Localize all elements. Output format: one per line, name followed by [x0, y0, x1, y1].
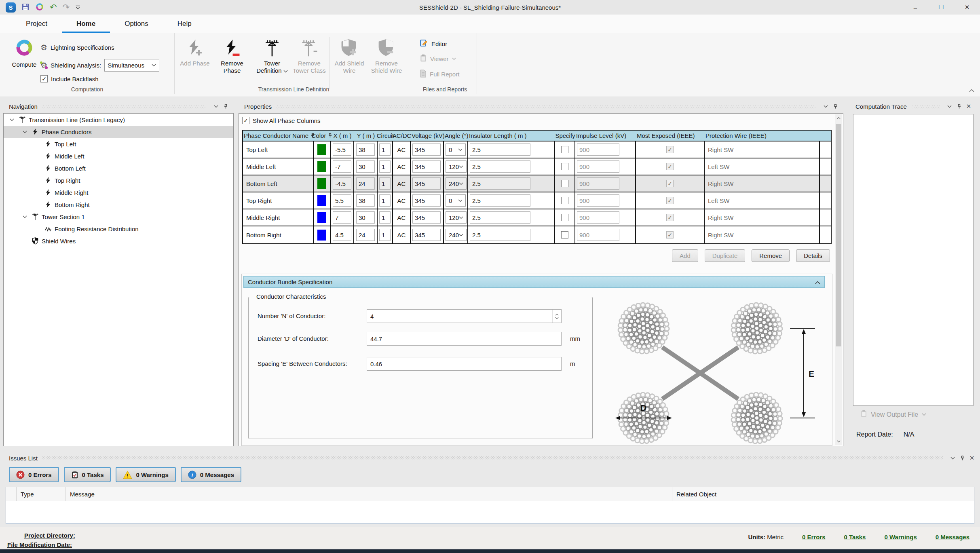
specify-checkbox[interactable] — [561, 180, 568, 187]
tree-item-top-left[interactable]: Top Left — [4, 138, 233, 150]
angle-select[interactable]: 120 — [446, 160, 467, 173]
angle-select[interactable]: 240 — [446, 229, 467, 241]
remove-button[interactable]: Remove — [752, 249, 790, 262]
column-header-most-exposed-ieee[interactable]: Most Exposed (IEEE) — [636, 131, 705, 141]
x-input[interactable] — [333, 211, 351, 224]
expander-chevron-icon[interactable] — [7, 118, 17, 121]
tab-help[interactable]: Help — [163, 15, 206, 33]
add-button[interactable]: Add — [672, 249, 698, 262]
color-swatch[interactable] — [317, 144, 326, 155]
angle-select[interactable]: 0 — [446, 194, 466, 207]
column-header-color[interactable]: Color — [314, 131, 331, 141]
panel-menu-chevron-icon[interactable] — [821, 101, 830, 111]
y-input[interactable] — [356, 144, 375, 156]
scroll-up-icon[interactable] — [835, 114, 842, 122]
x-input[interactable] — [333, 194, 351, 207]
remove-tower-class-button[interactable]: Remove Tower Class — [291, 36, 328, 74]
y-input[interactable] — [356, 211, 375, 224]
specify-checkbox[interactable] — [561, 163, 568, 170]
editor-button[interactable]: Editor — [420, 39, 447, 49]
column-header-specify[interactable]: Specify — [555, 131, 575, 141]
tasks-filter-button[interactable]: 0 Tasks — [64, 467, 111, 482]
y-input[interactable] — [356, 229, 375, 241]
scroll-down-icon[interactable] — [835, 438, 842, 445]
insulator-length-input[interactable] — [470, 229, 530, 241]
spinner-down-icon[interactable] — [555, 317, 559, 319]
redo-icon[interactable]: ↷ — [63, 3, 70, 11]
color-swatch[interactable] — [317, 212, 326, 223]
panel-menu-chevron-icon[interactable] — [948, 453, 957, 463]
tree-item-transmission-line-section-legacy[interactable]: Transmission Line (Section Legacy) — [4, 114, 233, 126]
duplicate-button[interactable]: Duplicate — [705, 249, 746, 262]
insulator-length-input[interactable] — [470, 177, 530, 190]
voltage-input[interactable] — [412, 160, 441, 173]
add-shield-wire-button[interactable]: Add Shield Wire — [331, 36, 368, 74]
tree-item-middle-left[interactable]: Middle Left — [4, 150, 233, 162]
phase-row-top-right[interactable]: Top RightAC0Left SW — [243, 192, 831, 209]
errors-filter-button[interactable]: 0 Errors — [9, 467, 59, 482]
project-directory-label[interactable]: Project Directory: — [24, 532, 75, 539]
show-all-phase-columns-checkbox[interactable] — [242, 117, 249, 124]
pin-icon[interactable] — [221, 101, 230, 111]
y-input[interactable] — [356, 194, 375, 207]
color-swatch[interactable] — [317, 230, 326, 241]
customize-toolbar-icon[interactable] — [75, 4, 80, 11]
tab-home[interactable]: Home — [62, 15, 110, 33]
close-panel-icon[interactable]: ✕ — [964, 101, 974, 111]
insulator-length-input[interactable] — [470, 211, 530, 224]
tree-item-footing-resistance-distribution[interactable]: Footing Resistance Distribution — [4, 223, 233, 235]
conductor-bundle-header[interactable]: Conductor Bundle Specification — [243, 276, 825, 288]
x-input[interactable] — [333, 229, 351, 241]
diameter-d-input[interactable] — [367, 332, 562, 346]
circuit-input[interactable] — [379, 144, 391, 156]
column-header-blank[interactable] — [820, 131, 831, 141]
phase-row-bottom-right[interactable]: Bottom RightAC240Right SW — [243, 226, 831, 243]
column-header-impulse-level-kv[interactable]: Impulse Level (kV) — [575, 131, 636, 141]
angle-select[interactable]: 0 — [446, 144, 466, 156]
x-input[interactable] — [333, 160, 351, 173]
tree-item-shield-wires[interactable]: Shield Wires — [4, 235, 233, 247]
tree-item-middle-right[interactable]: Middle Right — [4, 186, 233, 198]
maximize-button[interactable]: ☐ — [928, 0, 954, 15]
tower-definition-button[interactable]: Tower Definition — [253, 36, 291, 74]
angle-select[interactable]: 120 — [446, 211, 467, 224]
x-input[interactable] — [333, 177, 351, 190]
specify-checkbox[interactable] — [561, 197, 568, 204]
column-header-phase-conductor-name[interactable]: Phase Conductor Name — [243, 131, 314, 141]
specify-checkbox[interactable] — [561, 231, 568, 239]
issues-column-related-object[interactable]: Related Object — [672, 487, 974, 501]
pin-icon[interactable] — [957, 453, 967, 463]
viewer-button[interactable]: Viewer — [420, 54, 456, 63]
panel-menu-chevron-icon[interactable] — [211, 101, 221, 111]
view-output-file-button[interactable]: View Output File — [860, 410, 926, 419]
shielding-analysis-select[interactable]: Simultaneous — [104, 59, 159, 72]
include-backflash-checkbox[interactable] — [40, 75, 48, 82]
expander-chevron-icon[interactable] — [20, 131, 30, 133]
tree-item-phase-conductors[interactable]: Phase Conductors — [4, 126, 233, 138]
column-header-ac-dc[interactable]: AC/DC — [393, 131, 411, 141]
column-header-x-m[interactable]: X ( m ) — [331, 131, 354, 141]
spinner-up-icon[interactable] — [555, 313, 559, 316]
collapse-ribbon-icon[interactable] — [969, 87, 974, 93]
color-swatch[interactable] — [317, 178, 326, 189]
issues-column-message[interactable]: Message — [66, 487, 672, 501]
tree-item-top-right[interactable]: Top Right — [4, 174, 233, 186]
undo-icon[interactable]: ↶ — [50, 3, 57, 11]
specify-checkbox[interactable] — [561, 214, 568, 221]
tree-item-bottom-left[interactable]: Bottom Left — [4, 162, 233, 174]
angle-select[interactable]: 240 — [446, 177, 467, 190]
number-n-input[interactable] — [367, 310, 552, 323]
pin-icon[interactable] — [830, 101, 840, 111]
close-button[interactable]: ✕ — [954, 0, 980, 15]
add-phase-button[interactable]: Add Phase — [176, 36, 213, 67]
voltage-input[interactable] — [412, 144, 441, 156]
column-header-voltage-kv[interactable]: Voltage (kV) — [411, 131, 444, 141]
phase-row-top-left[interactable]: Top LeftAC0Right SW — [243, 141, 831, 158]
circuit-input[interactable] — [379, 177, 391, 190]
insulator-length-input[interactable] — [470, 144, 530, 156]
tree-item-tower-section-1[interactable]: Tower Section 1 — [4, 211, 233, 223]
specify-checkbox[interactable] — [561, 146, 568, 153]
voltage-input[interactable] — [412, 211, 441, 224]
y-input[interactable] — [356, 177, 375, 190]
number-n-stepper[interactable] — [367, 309, 562, 323]
